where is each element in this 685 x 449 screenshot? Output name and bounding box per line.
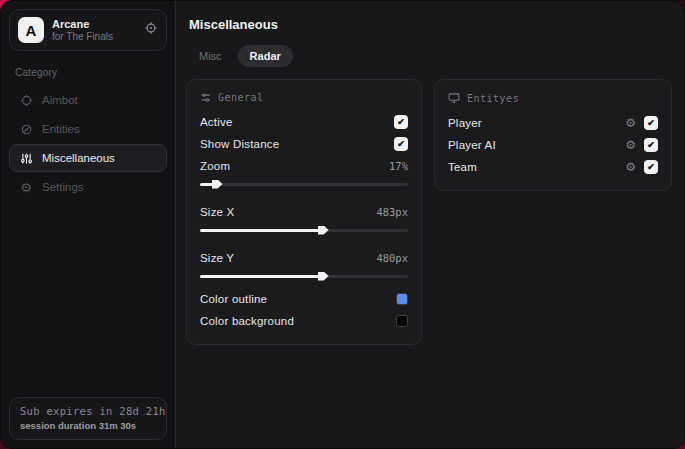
size-y-value: 480px — [376, 252, 408, 264]
check-icon: ✔ — [647, 119, 655, 128]
target-icon[interactable] — [144, 21, 158, 39]
gear-icon[interactable]: ⚙ — [625, 139, 636, 151]
player-ai-checkbox[interactable]: ✔ — [644, 138, 658, 152]
slider-track — [200, 183, 408, 186]
size-y-slider[interactable] — [200, 271, 408, 281]
check-icon: ✔ — [647, 163, 655, 172]
check-icon: ✔ — [397, 140, 405, 149]
scan-icon — [19, 122, 33, 136]
brand-text: Arcane for The Finals — [52, 18, 136, 42]
sidebar-item-entities[interactable]: Entities — [9, 115, 167, 143]
gear-icon: ⚙ — [19, 180, 33, 194]
entities-panel: Entityes Player ⚙ ✔ Player AI ⚙ — [434, 79, 672, 191]
general-panel: General Active ✔ Show Distance ✔ Zoom — [186, 79, 422, 345]
check-icon: ✔ — [647, 141, 655, 150]
slider-fill — [200, 275, 321, 278]
setting-row-color-outline: Color outline — [200, 288, 408, 310]
gear-icon[interactable]: ⚙ — [625, 117, 636, 129]
monitor-icon — [448, 92, 460, 104]
setting-label: Zoom — [200, 160, 230, 172]
sub-expiry-text: Sub expires in 28d 21h — [20, 405, 156, 417]
sliders-horizontal-icon — [200, 92, 211, 103]
session-duration-text: session duration 31m 30s — [20, 420, 156, 431]
entity-label: Player AI — [448, 139, 496, 151]
panels-row: General Active ✔ Show Distance ✔ Zoom — [186, 79, 672, 345]
slider-thumb[interactable] — [318, 272, 329, 281]
main-content: Miscellaneous Misc Radar General — [176, 1, 685, 448]
tab-misc[interactable]: Misc — [187, 45, 234, 67]
show-distance-checkbox[interactable]: ✔ — [394, 137, 408, 151]
setting-row-size-x: Size X 483px — [200, 201, 408, 223]
sidebar-item-label: Entities — [42, 123, 80, 135]
check-icon: ✔ — [397, 118, 405, 127]
entity-row-team: Team ⚙ ✔ — [448, 156, 658, 178]
sidebar-item-label: Aimbot — [42, 94, 78, 106]
sliders-icon — [19, 151, 33, 165]
setting-row-active: Active ✔ — [200, 111, 408, 133]
size-x-slider[interactable] — [200, 225, 408, 235]
entity-label: Player — [448, 117, 482, 129]
subscription-card: Sub expires in 28d 21h session duration … — [9, 397, 167, 440]
brand-subtitle: for The Finals — [52, 31, 136, 43]
sidebar-item-aimbot[interactable]: Aimbot — [9, 86, 167, 114]
size-x-value: 483px — [376, 206, 408, 218]
tab-bar: Misc Radar — [187, 45, 672, 67]
player-checkbox[interactable]: ✔ — [644, 116, 658, 130]
gear-icon[interactable]: ⚙ — [625, 161, 636, 173]
tab-radar[interactable]: Radar — [238, 45, 293, 67]
slider-thumb[interactable] — [318, 226, 329, 235]
sidebar-item-miscellaneous[interactable]: Miscellaneous — [9, 144, 167, 172]
setting-label: Active — [200, 116, 233, 128]
setting-row-size-y: Size Y 480px — [200, 247, 408, 269]
setting-row-show-distance: Show Distance ✔ — [200, 133, 408, 155]
app-window: A Arcane for The Finals Category — [0, 0, 685, 449]
crosshair-icon — [19, 93, 33, 107]
brand-logo: A — [18, 17, 44, 43]
sidebar-item-label: Miscellaneous — [42, 152, 115, 164]
page-title: Miscellaneous — [189, 17, 672, 32]
zoom-slider[interactable] — [200, 179, 408, 189]
entity-row-player: Player ⚙ ✔ — [448, 112, 658, 134]
setting-label: Show Distance — [200, 138, 279, 150]
zoom-value: 17% — [389, 160, 408, 172]
sidebar-item-label: Settings — [42, 181, 84, 193]
entity-label: Team — [448, 161, 477, 173]
sidebar: A Arcane for The Finals Category — [1, 1, 176, 448]
brand-name: Arcane — [52, 18, 136, 31]
slider-thumb[interactable] — [212, 180, 223, 189]
brand-card: A Arcane for The Finals — [9, 9, 167, 51]
entity-row-player-ai: Player AI ⚙ ✔ — [448, 134, 658, 156]
setting-row-zoom: Zoom 17% — [200, 155, 408, 177]
setting-label: Color outline — [200, 293, 267, 305]
color-outline-swatch[interactable] — [396, 293, 408, 305]
setting-label: Size X — [200, 206, 234, 218]
category-label: Category — [15, 67, 161, 78]
setting-row-color-background: Color background — [200, 310, 408, 332]
entities-panel-title: Entityes — [467, 93, 519, 104]
slider-fill — [200, 229, 321, 232]
setting-label: Size Y — [200, 252, 234, 264]
entities-panel-header: Entityes — [448, 92, 658, 104]
general-panel-title: General — [218, 92, 264, 103]
sidebar-nav: Aimbot Entities — [9, 86, 167, 201]
active-checkbox[interactable]: ✔ — [394, 115, 408, 129]
sidebar-item-settings[interactable]: ⚙ Settings — [9, 173, 167, 201]
color-background-swatch[interactable] — [396, 315, 408, 327]
general-panel-header: General — [200, 92, 408, 103]
setting-label: Color background — [200, 315, 294, 327]
team-checkbox[interactable]: ✔ — [644, 160, 658, 174]
